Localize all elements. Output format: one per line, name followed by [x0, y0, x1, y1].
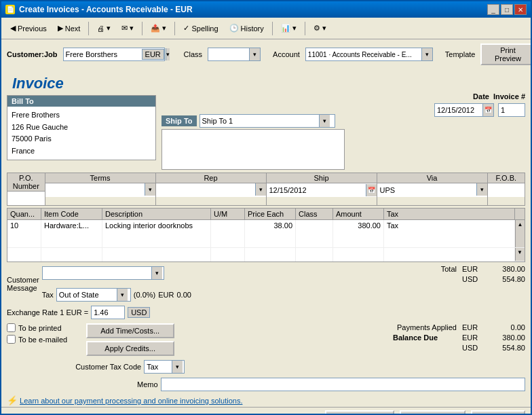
next-button[interactable]: ▶ Next [53, 20, 86, 37]
msg-arrow[interactable]: ▾ [151, 267, 162, 279]
to-be-emailed-checkbox[interactable] [7, 335, 16, 344]
bill-to-header: Bill To [7, 96, 155, 107]
window-title: Create Invoices - Accounts Receivable - … [19, 5, 193, 14]
tax-curr: EUR [158, 291, 174, 299]
previous-button[interactable]: ◀ Previous [5, 20, 52, 37]
terms-arrow[interactable]: ▾ [145, 183, 155, 196]
history-button[interactable]: 🕒 History [225, 20, 269, 37]
send-button[interactable]: 📤 ▾ [146, 20, 171, 37]
payment-link[interactable]: Learn about our payment processing and o… [20, 397, 242, 405]
email-button[interactable]: ✉ ▾ [117, 20, 138, 37]
cell-item-code-1[interactable]: Hardware:L... [41, 220, 102, 247]
cell-item-code-2[interactable] [41, 248, 102, 261]
save-close-button[interactable]: Save & Close [325, 410, 395, 415]
add-time-costs-button[interactable]: Add Time/Costs... [86, 323, 174, 338]
tax-code-field[interactable]: Out of State ▾ [56, 288, 131, 302]
ship-to-label: Ship To [162, 115, 197, 126]
customer-tax-code-input[interactable]: Tax [145, 361, 172, 373]
cell-class-1[interactable] [296, 220, 333, 247]
to-be-printed-label: To be printed [18, 324, 62, 332]
calendar-icon[interactable]: 📅 [482, 104, 493, 116]
account-field[interactable]: 11001 · Accounts Receivable - E... ▾ [305, 48, 433, 61]
reports-button[interactable]: 📊 ▾ [276, 20, 301, 37]
clear-button[interactable]: Clear [471, 410, 525, 415]
apply-credits-button[interactable]: Apply Credits... [86, 341, 174, 356]
date-field[interactable]: 12/15/2012 📅 [434, 103, 494, 117]
toolbar: ◀ Previous ▶ Next 🖨 ▾ ✉ ▾ 📤 ▾ ✓ Spelling… [1, 18, 531, 39]
cell-tax-2[interactable] [384, 248, 515, 261]
close-button[interactable]: ✕ [514, 4, 527, 15]
exchange-rate-input[interactable]: 1.46 [91, 306, 125, 319]
cell-class-2[interactable] [296, 248, 333, 261]
class-dropdown-arrow[interactable]: ▾ [249, 48, 260, 60]
to-be-printed-row: To be printed [7, 323, 67, 332]
customer-input[interactable]: Frere Borsthers [64, 48, 142, 60]
cell-desc-1[interactable]: Locking interior doorknobs [102, 220, 211, 247]
ship-to-area: Ship To Ship To 1 ▾ [162, 114, 429, 170]
maximize-button[interactable]: □ [501, 4, 513, 15]
class-field[interactable]: ▾ [208, 48, 261, 61]
bill-to-line4: France [12, 145, 151, 158]
via-input[interactable]: UPS [377, 183, 476, 197]
save-new-button[interactable]: Save & New [400, 410, 466, 415]
cell-um-1[interactable] [211, 220, 245, 247]
send-arrow: ▾ [162, 24, 166, 33]
scroll-down[interactable]: ▼ [516, 248, 525, 257]
customer-message-field[interactable]: ▾ [42, 266, 164, 280]
bill-to-content: Frere Brothers 126 Rue Gauche 75000 Pari… [7, 107, 155, 160]
date-input[interactable]: 12/15/2012 [435, 104, 482, 116]
fob-input-wrap[interactable] [488, 183, 525, 197]
cell-price-2[interactable] [245, 248, 296, 261]
customer-dropdown-arrow[interactable]: ▾ [166, 48, 170, 60]
col-price-each: Price Each [245, 209, 296, 219]
invoice-number-input[interactable]: 1 [498, 103, 525, 117]
memo-input[interactable] [161, 378, 525, 391]
cell-amount-1[interactable]: 380.00 [333, 220, 384, 247]
rep-input[interactable] [156, 183, 255, 197]
cell-um-2[interactable] [211, 248, 245, 261]
spelling-button[interactable]: ✓ Spelling [178, 20, 223, 37]
to-be-printed-checkbox[interactable] [7, 323, 16, 332]
minimize-button[interactable]: _ [487, 4, 499, 15]
tax-code-arrow[interactable]: ▾ [117, 289, 128, 301]
bill-to-line2: 126 Rue Gauche [12, 122, 151, 134]
cell-tax-1[interactable]: Tax [384, 220, 515, 247]
po-input-wrap[interactable] [7, 192, 45, 205]
tax-code-input[interactable]: Out of State [57, 289, 117, 301]
cell-qty-1[interactable]: 10 [7, 220, 41, 247]
customer-field[interactable]: Frere Borsthers EUR ▾ [63, 48, 165, 61]
print-button[interactable]: 🖨 ▾ [92, 20, 115, 37]
terms-input-wrap: ▾ [45, 183, 155, 197]
class-label: Class [184, 50, 203, 58]
scrollbar[interactable]: ▲ [515, 220, 525, 247]
class-input[interactable] [208, 48, 249, 60]
email-icon: ✉ [121, 24, 128, 33]
account-dropdown-arrow[interactable]: ▾ [421, 48, 432, 60]
rep-arrow[interactable]: ▾ [255, 183, 266, 196]
customer-tax-code-field[interactable]: Tax ▾ [144, 360, 185, 374]
terms-input[interactable] [45, 183, 145, 197]
via-arrow[interactable]: ▾ [476, 183, 487, 196]
line-item-row-2: ▼ [7, 248, 525, 261]
invoice-hash-label: Invoice # [493, 92, 525, 101]
po-input[interactable] [7, 192, 45, 205]
terms-header: Terms [45, 173, 155, 183]
ship-to-field[interactable]: Ship To 1 ▾ [200, 114, 335, 128]
cell-price-1[interactable]: 38.00 [245, 220, 296, 247]
ship-cal-icon[interactable]: 📅 [366, 184, 377, 196]
fob-input[interactable] [488, 183, 525, 197]
account-input[interactable]: 11001 · Accounts Receivable - E... [306, 48, 421, 60]
cell-qty-2[interactable] [7, 248, 41, 261]
customize-button[interactable]: ⚙ ▾ [309, 20, 331, 37]
ship-to-arrow[interactable]: ▾ [319, 115, 330, 127]
scroll-up[interactable]: ▲ [516, 220, 525, 229]
ship-to-input[interactable]: Ship To 1 [200, 115, 319, 127]
date-value-row: 12/15/2012 📅 1 [434, 103, 525, 117]
ship-date-input[interactable]: 12/15/2012 [267, 183, 366, 197]
tax-code-select-arrow[interactable]: ▾ [172, 361, 183, 373]
lightning-icon: ⚡ [7, 395, 18, 405]
print-preview-button[interactable]: Print Preview [480, 43, 532, 65]
customer-message-input[interactable] [43, 267, 151, 279]
cell-amount-2[interactable] [333, 248, 384, 261]
cell-desc-2[interactable] [102, 248, 211, 261]
